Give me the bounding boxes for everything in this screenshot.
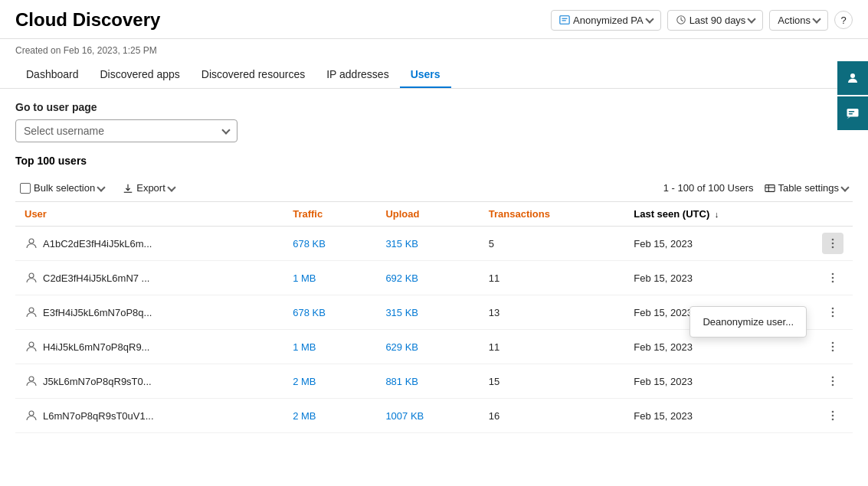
cell-transactions-1: 11: [480, 261, 625, 295]
user-avatar-icon: [25, 340, 38, 354]
toolbar: Bulk selection Export 1 - 100 of 100 Use…: [15, 175, 853, 202]
export-label: Export: [136, 182, 165, 194]
bulk-chevron-icon: [97, 183, 106, 191]
tab-discovered-resources[interactable]: Discovered resources: [191, 62, 316, 88]
sidebar-chat-icon: [846, 106, 860, 120]
svg-point-29: [832, 380, 834, 383]
cell-traffic-0: 678 KB: [283, 227, 376, 261]
export-icon: [123, 183, 133, 194]
app-container: Cloud Discovery Anonymized PA Last 90 da…: [0, 0, 868, 486]
col-user[interactable]: User: [15, 202, 283, 227]
tabs-container: Dashboard Discovered apps Discovered res…: [0, 56, 868, 89]
go-to-user-label: Go to user page: [15, 101, 853, 113]
actions-chevron-icon: [812, 15, 821, 23]
help-label: ?: [840, 15, 846, 26]
ellipsis-icon: [827, 272, 839, 284]
cell-upload-3: 629 KB: [376, 330, 479, 364]
more-options-button[interactable]: [822, 267, 843, 289]
username-chevron-icon: [221, 126, 230, 134]
tab-dashboard[interactable]: Dashboard: [15, 62, 90, 88]
svg-point-31: [29, 411, 34, 416]
filter-button[interactable]: Anonymized PA: [551, 10, 661, 31]
export-chevron-icon: [167, 183, 175, 191]
svg-rect-8: [765, 184, 774, 191]
table-row: J5kL6mN7oP8qR9sT0... 2 MB 881 KB 15 Feb …: [15, 364, 853, 399]
username-dropdown[interactable]: Select username: [15, 119, 237, 142]
sidebar-chat-button[interactable]: [837, 96, 868, 130]
username-placeholder: Select username: [24, 125, 104, 137]
col-last-seen[interactable]: Last seen (UTC) ↓: [624, 202, 813, 227]
tab-ip-addresses[interactable]: IP addresses: [316, 62, 399, 88]
col-traffic[interactable]: Traffic: [283, 202, 376, 227]
col-transactions[interactable]: Transactions: [480, 202, 625, 227]
cell-transactions-3: 11: [480, 330, 625, 364]
more-options-button[interactable]: [822, 302, 843, 323]
svg-point-19: [29, 308, 34, 312]
time-label: Last 90 days: [689, 15, 746, 26]
svg-point-33: [832, 415, 834, 417]
svg-line-5: [681, 20, 683, 21]
sidebar-user-icon: [846, 71, 860, 85]
table-settings-chevron-icon: [840, 183, 849, 191]
cell-last-seen-0: Feb 15, 2023: [624, 227, 813, 261]
cell-more-0: [813, 227, 853, 261]
cell-traffic-2: 678 KB: [283, 295, 376, 330]
more-options-button[interactable]: [822, 336, 843, 357]
svg-point-17: [832, 277, 834, 279]
table-row: C2dE3fH4iJ5kL6mN7 ... 1 MB 692 KB 11 Feb…: [15, 261, 853, 295]
svg-point-18: [832, 281, 834, 283]
svg-point-24: [832, 342, 834, 344]
svg-point-22: [832, 315, 834, 318]
cell-more-2: [813, 295, 853, 330]
pagination-text: 1 - 100 of 100 Users: [663, 182, 754, 194]
right-sidebar: [837, 61, 868, 130]
cell-user-2: E3fH4iJ5kL6mN7oP8q...: [15, 295, 283, 330]
table-row: L6mN7oP8qR9sT0uV1... 2 MB 1007 KB 16 Feb…: [15, 399, 853, 433]
more-options-button[interactable]: [822, 370, 843, 392]
cell-upload-4: 881 KB: [376, 364, 479, 399]
cell-user-5: L6mN7oP8qR9sT0uV1...: [15, 399, 283, 433]
cell-user-0: A1bC2dE3fH4iJ5kL6m...: [15, 227, 283, 261]
ellipsis-icon: [827, 409, 839, 422]
cell-user-4: J5kL6mN7oP8qR9sT0...: [15, 364, 283, 399]
svg-point-15: [29, 273, 34, 278]
bulk-selection-button[interactable]: Bulk selection: [15, 179, 109, 197]
col-upload[interactable]: Upload: [376, 202, 479, 227]
filter-label: Anonymized PA: [573, 15, 644, 26]
time-filter-button[interactable]: Last 90 days: [667, 10, 764, 31]
clock-icon: [676, 15, 686, 25]
help-button[interactable]: ?: [834, 11, 853, 29]
context-menu: Deanonymize user...: [689, 306, 807, 338]
table-settings-icon: [765, 183, 775, 194]
toolbar-right: 1 - 100 of 100 Users Table settings: [663, 179, 853, 197]
cell-upload-2: 315 KB: [376, 295, 479, 330]
filter-chevron-icon: [645, 15, 653, 23]
created-text: Created on Feb 16, 2023, 1:25 PM: [15, 45, 157, 56]
header: Cloud Discovery Anonymized PA Last 90 da…: [0, 0, 868, 39]
sidebar-user-button[interactable]: [837, 61, 868, 95]
deanonymize-menu-item[interactable]: Deanonymize user...: [690, 310, 806, 334]
ellipsis-icon: [827, 306, 839, 318]
cell-upload-0: 315 KB: [376, 227, 479, 261]
tab-users[interactable]: Users: [400, 62, 451, 88]
cell-more-3: [813, 330, 853, 364]
svg-point-14: [832, 246, 834, 249]
cell-transactions-0: 5: [480, 227, 625, 261]
more-options-button[interactable]: [822, 233, 843, 254]
cell-transactions-5: 16: [480, 399, 625, 433]
tab-discovered-apps[interactable]: Discovered apps: [90, 62, 191, 88]
svg-rect-38: [849, 111, 855, 113]
export-button[interactable]: Export: [118, 179, 179, 197]
svg-point-30: [832, 384, 834, 387]
table-settings-button[interactable]: Table settings: [760, 179, 853, 197]
ellipsis-icon: [827, 341, 839, 353]
sub-header: Created on Feb 16, 2023, 1:25 PM: [0, 39, 868, 56]
actions-label: Actions: [778, 15, 811, 26]
section-title: Top 100 users: [15, 155, 853, 167]
svg-rect-36: [847, 109, 859, 117]
svg-marker-37: [847, 117, 851, 119]
svg-point-35: [850, 73, 855, 78]
cell-last-seen-5: Feb 15, 2023: [624, 399, 813, 433]
more-options-button[interactable]: [822, 405, 843, 426]
actions-button[interactable]: Actions: [769, 10, 828, 31]
